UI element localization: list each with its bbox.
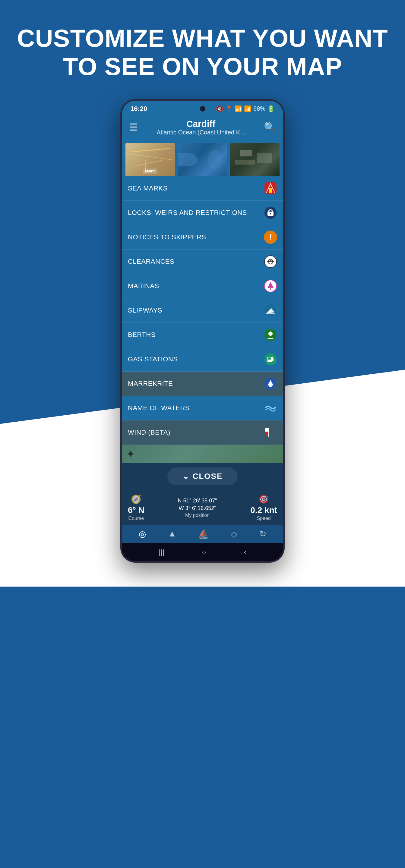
menu-item-waters[interactable]: NAME OF WATERS bbox=[122, 396, 283, 421]
sea-marks-label: SEA MARKS bbox=[128, 184, 168, 192]
waters-label: NAME OF WATERS bbox=[128, 404, 190, 412]
menu-item-berths[interactable]: BERTHS bbox=[122, 323, 283, 347]
sea-marks-icon bbox=[264, 182, 277, 195]
battery-icon: 🔋 bbox=[267, 105, 275, 113]
bottom-status: 🧭 6° N Course N 51° 26' 35.07" W 3° 6' 1… bbox=[122, 490, 283, 525]
map-preview-row: Mainz bbox=[122, 141, 283, 176]
notices-label: NOTICES TO SKIPPERS bbox=[128, 233, 206, 241]
menu-item-slipways[interactable]: SLIPWAYS bbox=[122, 299, 283, 323]
svg-point-24 bbox=[272, 357, 273, 358]
marrekrite-label: MARREKRITE bbox=[128, 380, 173, 388]
menu-item-sea-marks[interactable]: SEA MARKS bbox=[122, 176, 283, 201]
navigation-bar: ☰ Cardiff Atlantic Ocean (Coast United K… bbox=[122, 116, 283, 141]
phone-frame: 16:20 🔇 📍 📶 📶 68% 🔋 ☰ Cardiff Atlantic O… bbox=[120, 99, 285, 563]
marinas-label: MARINAS bbox=[128, 282, 159, 290]
phone-wrapper: 16:20 🔇 📍 📶 📶 68% 🔋 ☰ Cardiff Atlantic O… bbox=[0, 99, 405, 587]
android-nav: ||| ○ ‹ bbox=[122, 543, 283, 561]
lat-coord: N 51° 26' 35.07" bbox=[178, 497, 217, 504]
close-label: CLOSE bbox=[193, 472, 223, 481]
bottom-nav: ◎ ▲ ⛵ ◇ ↻ bbox=[122, 525, 283, 543]
city-name: Cardiff bbox=[156, 119, 245, 129]
slipways-icon bbox=[264, 304, 277, 317]
svg-rect-17 bbox=[266, 313, 275, 314]
close-button[interactable]: ⌄ CLOSE bbox=[167, 467, 238, 485]
location-icon: 📍 bbox=[225, 105, 233, 113]
status-time: 16:20 bbox=[130, 105, 147, 113]
menu-item-marinas[interactable]: MARINAS bbox=[122, 274, 283, 299]
svg-point-7 bbox=[270, 213, 271, 214]
menu-item-clearances[interactable]: CLEARANCES bbox=[122, 250, 283, 274]
map-thumb-water[interactable] bbox=[178, 143, 227, 176]
slipways-label: SLIPWAYS bbox=[128, 307, 162, 314]
course-label: Course bbox=[128, 516, 144, 521]
map-thumb-satellite[interactable] bbox=[230, 143, 280, 176]
marrekrite-icon bbox=[264, 377, 277, 390]
nav-refresh-icon[interactable]: ↻ bbox=[259, 529, 266, 539]
menu-list: SEA MARKS LOCKS, WEIRS AND RESTRICTIONS bbox=[122, 176, 283, 445]
wind-label: WIND (BETA) bbox=[128, 429, 170, 436]
search-icon[interactable]: 🔍 bbox=[264, 121, 276, 133]
speed-value: 0.2 knt bbox=[250, 505, 277, 515]
marinas-icon bbox=[264, 279, 277, 293]
svg-rect-3 bbox=[269, 188, 272, 193]
nav-boat-icon[interactable]: ⛵ bbox=[198, 529, 209, 539]
gas-icon bbox=[264, 352, 277, 366]
course-value: 6° N bbox=[128, 505, 144, 515]
lon-coord: W 3° 6' 16.652" bbox=[178, 504, 217, 512]
speed-label: Speed bbox=[257, 516, 271, 521]
waters-icon bbox=[264, 401, 277, 415]
menu-item-locks[interactable]: LOCKS, WEIRS AND RESTRICTIONS bbox=[122, 201, 283, 225]
battery-level: 68% bbox=[253, 105, 265, 112]
mute-icon: 🔇 bbox=[216, 105, 224, 113]
gas-label: GAS STATIONS bbox=[128, 355, 178, 363]
nav-navigate-icon[interactable]: ▲ bbox=[168, 529, 176, 538]
berths-label: BERTHS bbox=[128, 331, 155, 339]
android-back-icon[interactable]: ‹ bbox=[244, 548, 247, 556]
svg-rect-29 bbox=[265, 428, 269, 432]
nav-diamond-icon[interactable]: ◇ bbox=[231, 529, 237, 539]
svg-rect-14 bbox=[270, 287, 271, 290]
clearances-icon bbox=[264, 255, 277, 268]
menu-item-notices[interactable]: NOTICES TO SKIPPERS ! bbox=[122, 225, 283, 250]
wifi-icon: 📶 bbox=[235, 105, 242, 113]
svg-text:!: ! bbox=[269, 232, 272, 241]
menu-item-marrekrite[interactable]: MARREKRITE bbox=[122, 372, 283, 396]
camera-notch bbox=[200, 106, 205, 112]
svg-point-27 bbox=[269, 385, 272, 387]
notices-icon: ! bbox=[264, 230, 277, 244]
android-home-icon[interactable]: ○ bbox=[202, 548, 207, 556]
svg-rect-23 bbox=[268, 358, 271, 360]
nav-subtitle: Atlantic Ocean (Coast United K... bbox=[156, 129, 245, 136]
menu-button[interactable]: ☰ bbox=[129, 121, 138, 133]
svg-point-19 bbox=[268, 332, 272, 336]
status-icons: 🔇 📍 📶 📶 68% 🔋 bbox=[216, 105, 275, 113]
svg-rect-22 bbox=[272, 358, 273, 361]
nav-title: Cardiff Atlantic Ocean (Coast United K..… bbox=[156, 119, 245, 136]
locks-label: LOCKS, WEIRS AND RESTRICTIONS bbox=[128, 209, 247, 217]
clearances-label: CLEARANCES bbox=[128, 258, 174, 266]
android-recent-icon[interactable]: ||| bbox=[158, 548, 164, 556]
close-chevron: ⌄ bbox=[182, 472, 190, 481]
map-bottom-region: ✦ bbox=[122, 445, 283, 463]
berths-icon bbox=[264, 328, 277, 341]
signal-icon: 📶 bbox=[244, 105, 252, 113]
speed-status: 🎯 0.2 knt Speed bbox=[250, 494, 277, 521]
locks-icon bbox=[264, 206, 277, 219]
map-thumb-road[interactable]: Mainz bbox=[125, 143, 175, 176]
promo-header: CUSTOMIZE WHAT YOU WANT TO SEE ON YOUR M… bbox=[0, 0, 405, 99]
course-status: 🧭 6° N Course bbox=[128, 494, 144, 521]
menu-item-wind[interactable]: WIND (BETA) bbox=[122, 421, 283, 445]
compass-icon: ✦ bbox=[126, 448, 135, 461]
position-status: N 51° 26' 35.07" W 3° 6' 16.652" My posi… bbox=[178, 497, 217, 518]
position-label: My position bbox=[178, 513, 217, 518]
nav-location-icon[interactable]: ◎ bbox=[139, 529, 146, 539]
wind-icon bbox=[264, 426, 277, 439]
promo-title: CUSTOMIZE WHAT YOU WANT TO SEE ON YOUR M… bbox=[12, 24, 393, 81]
menu-item-gas[interactable]: GAS STATIONS bbox=[122, 347, 283, 372]
close-bar: ⌄ CLOSE bbox=[122, 463, 283, 490]
